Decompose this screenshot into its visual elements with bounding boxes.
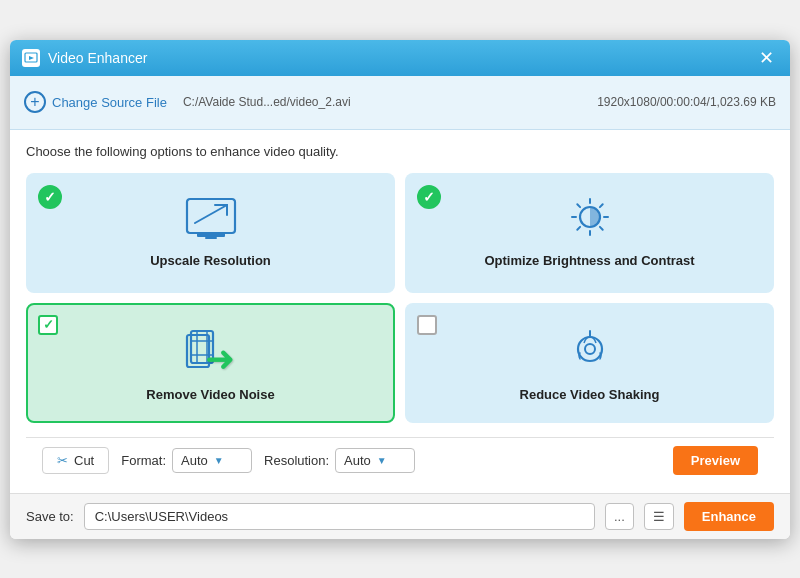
window-title: Video Enhancer bbox=[48, 50, 147, 66]
cut-label: Cut bbox=[74, 453, 94, 468]
prompt-text: Choose the following options to enhance … bbox=[26, 144, 774, 159]
option-card-upscale[interactable]: Upscale Resolution bbox=[26, 173, 395, 293]
toolbar: + Change Source File C:/AVaide Stud...ed… bbox=[10, 76, 790, 130]
svg-point-16 bbox=[585, 344, 595, 354]
checkbox-noise[interactable] bbox=[38, 315, 58, 335]
upscale-icon bbox=[183, 197, 239, 245]
enhance-button[interactable]: Enhance bbox=[684, 502, 774, 531]
format-section: Format: Auto ▼ bbox=[121, 448, 252, 473]
noise-label: Remove Video Noise bbox=[146, 387, 274, 402]
resolution-dropdown[interactable]: Auto ▼ bbox=[335, 448, 415, 473]
checkbox-upscale[interactable] bbox=[38, 185, 62, 209]
option-card-noise[interactable]: ➜ Remove Video Noise bbox=[26, 303, 395, 423]
bottom-bar: ✂ Cut Format: Auto ▼ Resolution: Auto ▼ … bbox=[26, 437, 774, 483]
plus-icon: + bbox=[24, 91, 46, 113]
folder-button[interactable]: ☰ bbox=[644, 503, 674, 530]
title-bar: Video Enhancer ✕ bbox=[10, 40, 790, 76]
change-source-button[interactable]: + Change Source File bbox=[24, 91, 167, 113]
brightness-label: Optimize Brightness and Contrast bbox=[484, 253, 694, 268]
svg-line-5 bbox=[195, 205, 227, 223]
change-source-label: Change Source File bbox=[52, 95, 167, 110]
format-chevron-icon: ▼ bbox=[214, 455, 224, 466]
folder-icon: ☰ bbox=[653, 509, 665, 524]
option-card-brightness[interactable]: Optimize Brightness and Contrast bbox=[405, 173, 774, 293]
arrow-overlay: ➜ bbox=[205, 341, 235, 377]
file-meta: 1920x1080/00:00:04/1,023.69 KB bbox=[597, 95, 776, 109]
resolution-chevron-icon: ▼ bbox=[377, 455, 387, 466]
close-button[interactable]: ✕ bbox=[755, 47, 778, 69]
preview-button[interactable]: Preview bbox=[673, 446, 758, 475]
app-window: Video Enhancer ✕ + Change Source File C:… bbox=[10, 40, 790, 539]
option-card-shaking[interactable]: Reduce Video Shaking bbox=[405, 303, 774, 423]
file-path: C:/AVaide Stud...ed/video_2.avi bbox=[183, 95, 581, 109]
app-icon bbox=[22, 49, 40, 67]
brightness-icon bbox=[562, 197, 618, 245]
format-value: Auto bbox=[181, 453, 208, 468]
shaking-label: Reduce Video Shaking bbox=[520, 387, 660, 402]
options-grid: Upscale Resolution Optimize Brightness a… bbox=[26, 173, 774, 423]
format-dropdown[interactable]: Auto ▼ bbox=[172, 448, 252, 473]
cut-button[interactable]: ✂ Cut bbox=[42, 447, 109, 474]
resolution-value: Auto bbox=[344, 453, 371, 468]
resolution-label: Resolution: bbox=[264, 453, 329, 468]
save-label: Save to: bbox=[26, 509, 74, 524]
checkbox-brightness[interactable] bbox=[417, 185, 441, 209]
content-area: Choose the following options to enhance … bbox=[10, 130, 790, 493]
checkbox-shaking[interactable] bbox=[417, 315, 437, 335]
svg-rect-2 bbox=[187, 199, 235, 233]
title-bar-left: Video Enhancer bbox=[22, 49, 147, 67]
shaking-icon bbox=[562, 327, 618, 379]
format-label: Format: bbox=[121, 453, 166, 468]
resolution-section: Resolution: Auto ▼ bbox=[264, 448, 415, 473]
save-bar: Save to: ... ☰ Enhance bbox=[10, 493, 790, 539]
svg-point-15 bbox=[578, 337, 602, 361]
scissors-icon: ✂ bbox=[57, 453, 68, 468]
save-path-input[interactable] bbox=[84, 503, 595, 530]
green-arrow-icon: ➜ bbox=[205, 338, 235, 379]
browse-button[interactable]: ... bbox=[605, 503, 634, 530]
upscale-label: Upscale Resolution bbox=[150, 253, 271, 268]
svg-rect-3 bbox=[197, 233, 225, 237]
svg-rect-4 bbox=[205, 237, 217, 239]
